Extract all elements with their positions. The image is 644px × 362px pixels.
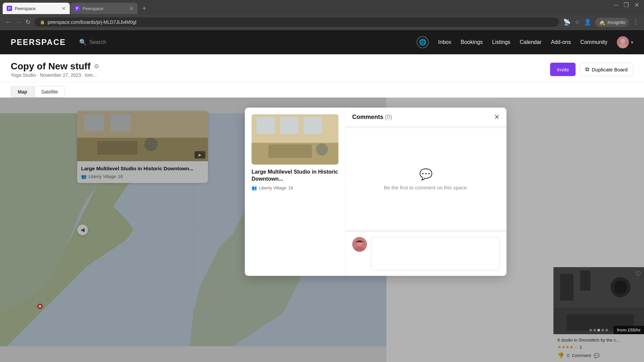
page-title: Copy of New stuff bbox=[11, 61, 91, 72]
avatar bbox=[617, 36, 629, 48]
nav-community[interactable]: Community bbox=[580, 39, 607, 45]
avatar-chevron: ▾ bbox=[631, 40, 633, 45]
duplicate-board-button[interactable]: ⧉ Duplicate Board bbox=[580, 63, 633, 76]
empty-comments-text: Be the first to comment on this space. bbox=[384, 185, 468, 190]
modal-close-button[interactable]: ✕ bbox=[494, 113, 500, 121]
window-close[interactable]: ✕ bbox=[632, 1, 641, 9]
window-minimize[interactable]: ─ bbox=[612, 2, 620, 9]
modal-count: (0) bbox=[385, 114, 392, 121]
chat-icon: 💬 bbox=[419, 168, 433, 181]
tab-1[interactable]: P Peerspace ✕ bbox=[3, 3, 70, 14]
search-bar[interactable]: 🔍 Search bbox=[79, 39, 106, 46]
search-icon: 🔍 bbox=[79, 39, 87, 46]
svg-point-31 bbox=[316, 143, 328, 156]
cast-icon[interactable]: 📡 bbox=[563, 18, 571, 26]
incognito-label: Incognito bbox=[607, 20, 625, 25]
modal-comments-panel: Comments (0) ✕ 💬 Be the first to comment… bbox=[345, 108, 506, 276]
menu-icon[interactable]: ⋮ bbox=[633, 18, 639, 26]
svg-rect-30 bbox=[268, 144, 312, 158]
tab-favicon-1: P bbox=[7, 6, 12, 11]
incognito-icon: 🕵 bbox=[599, 19, 605, 25]
satellite-tab[interactable]: Satellite bbox=[34, 86, 65, 98]
modal-people-count: 18 bbox=[288, 185, 293, 190]
modal-people-icon: 👥 bbox=[252, 185, 257, 190]
svg-rect-28 bbox=[280, 117, 299, 134]
svg-point-1 bbox=[619, 44, 627, 48]
modal-header: Comments (0) ✕ bbox=[345, 108, 506, 127]
scroll-indicator-top bbox=[345, 127, 506, 129]
logo-text: PEERSPACE bbox=[11, 38, 66, 47]
new-tab-button[interactable]: + bbox=[140, 4, 149, 13]
nav-bookings[interactable]: Bookings bbox=[461, 39, 483, 45]
nav-inbox[interactable]: Inbox bbox=[438, 39, 451, 45]
profile-icon[interactable]: 👤 bbox=[584, 18, 591, 26]
tab-label-2: Peerspace bbox=[83, 6, 103, 11]
site-logo[interactable]: PEERSPACE bbox=[11, 38, 66, 47]
window-maximize[interactable]: ❐ bbox=[622, 1, 631, 9]
duplicate-icon: ⧉ bbox=[585, 66, 589, 72]
globe-icon: 🌐 bbox=[419, 39, 426, 46]
comment-input[interactable] bbox=[371, 237, 500, 270]
modal-listing-title: Large Multilevel Studio in Historic Down… bbox=[252, 169, 338, 183]
modal-footer bbox=[345, 231, 506, 276]
avatar-btn[interactable]: ▾ bbox=[617, 36, 633, 48]
modal-body: 💬 Be the first to comment on this space. bbox=[345, 129, 506, 229]
modal-overlay: Large Multilevel Studio in Historic Down… bbox=[0, 98, 644, 362]
globe-button[interactable]: 🌐 bbox=[417, 36, 429, 48]
incognito-btn[interactable]: 🕵 Incognito bbox=[595, 18, 629, 27]
tab-label-1: Peerspace bbox=[15, 6, 36, 11]
nav-addons[interactable]: Add-ons bbox=[551, 39, 571, 45]
scroll-indicator-bottom bbox=[345, 229, 506, 231]
comments-modal: Large Multilevel Studio in Historic Down… bbox=[245, 108, 506, 276]
settings-icon[interactable]: ⚙ bbox=[94, 63, 99, 70]
reload-button[interactable]: ↻ bbox=[25, 18, 31, 26]
empty-comments-state: 💬 Be the first to comment on this space. bbox=[384, 168, 468, 190]
modal-location-text: Liberty Village bbox=[259, 185, 286, 190]
modal-listing-location: 👥 Liberty Village 18 bbox=[252, 185, 338, 190]
back-button[interactable]: ← bbox=[5, 19, 11, 26]
star-icon[interactable]: ☆ bbox=[575, 18, 580, 26]
map-tab[interactable]: Map bbox=[11, 86, 34, 98]
tab-close-1[interactable]: ✕ bbox=[61, 5, 66, 12]
nav-calendar[interactable]: Calendar bbox=[520, 39, 542, 45]
duplicate-label: Duplicate Board bbox=[592, 67, 628, 72]
commenter-avatar bbox=[352, 237, 367, 252]
modal-title: Comments bbox=[352, 114, 383, 121]
svg-rect-27 bbox=[257, 117, 275, 134]
page-subtitle: Yoga Studio · November 27, 2023 · tom... bbox=[11, 72, 99, 78]
invite-button[interactable]: Invite bbox=[550, 63, 576, 76]
svg-rect-29 bbox=[304, 117, 322, 134]
tab-favicon-2: P bbox=[74, 6, 80, 11]
search-label: Search bbox=[89, 39, 106, 45]
lock-icon: 🔒 bbox=[40, 20, 45, 24]
forward-button[interactable]: → bbox=[15, 19, 21, 26]
svg-point-0 bbox=[621, 39, 625, 43]
url-text: peerspace.com/boards/prj-MLD7JLb4M0gl bbox=[48, 19, 137, 25]
nav-listings[interactable]: Listings bbox=[492, 39, 510, 45]
tab-2[interactable]: P Peerspace ✕ bbox=[70, 3, 138, 14]
modal-listing-image bbox=[252, 114, 338, 165]
tab-close-2[interactable]: ✕ bbox=[129, 5, 133, 12]
modal-listing-panel: Large Multilevel Studio in Historic Down… bbox=[245, 108, 345, 276]
